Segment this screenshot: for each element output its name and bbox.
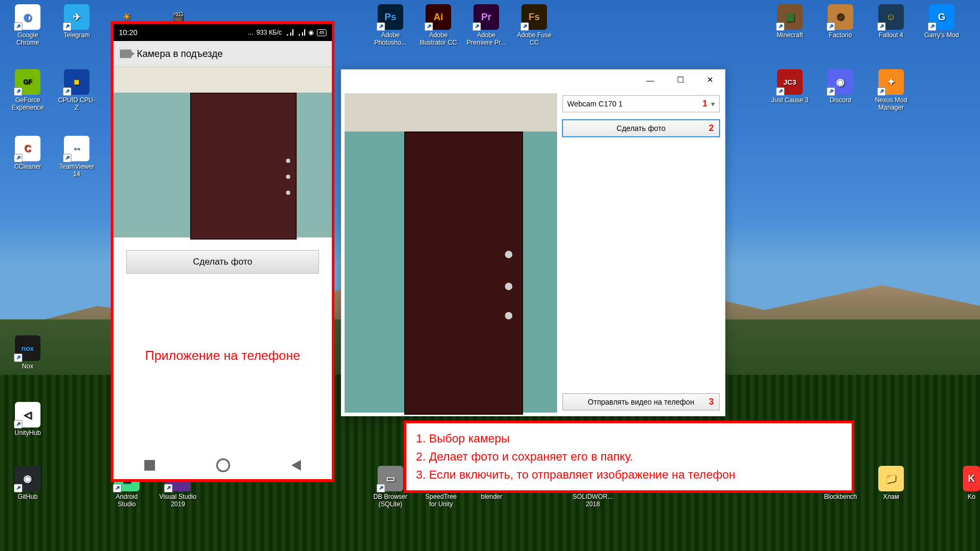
icon-fallout4[interactable]: ☺Fallout 4 bbox=[871, 4, 911, 39]
icon-factorio[interactable]: ⚙Factorio bbox=[820, 4, 861, 39]
send-to-phone-button[interactable]: Отправлять видео на телефон 3 bbox=[562, 393, 720, 410]
legend-line-3: 3. Если включить, то отправляет изображе… bbox=[416, 466, 842, 484]
icon-geforce-experience[interactable]: GFGeForce Experience bbox=[7, 69, 48, 112]
minimize-button[interactable]: — bbox=[635, 70, 665, 90]
home-button[interactable] bbox=[216, 458, 230, 472]
icon-folder-junk[interactable]: 📁Хлам bbox=[871, 466, 911, 501]
icon-google-chrome[interactable]: ◐Google Chrome bbox=[7, 4, 48, 47]
icon-cpuz[interactable]: ■CPUID CPU-Z bbox=[56, 69, 97, 112]
battery-icon: 45 bbox=[317, 29, 326, 36]
icon-partial-right[interactable]: KKo bbox=[963, 466, 980, 501]
phone-take-photo-button[interactable]: Сделать фото bbox=[126, 250, 319, 274]
icon-nox[interactable]: noxNox bbox=[7, 335, 48, 371]
icon-github[interactable]: ◉GitHub bbox=[7, 466, 48, 501]
icon-garrys-mod[interactable]: GGarry's Mod bbox=[921, 4, 962, 39]
back-button[interactable] bbox=[291, 460, 301, 471]
phone-screenshot: 10:20 ...933 КБ/с ◉ 45 Камера в подъезде… bbox=[111, 21, 334, 482]
icon-teamviewer[interactable]: ↔TeamViewer 14 bbox=[56, 136, 97, 178]
take-photo-button[interactable]: Сделать фото 2 bbox=[562, 120, 720, 137]
side-panel: Webcam C170 1 1 Сделать фото 2 Отправлят… bbox=[557, 90, 725, 416]
camera-preview bbox=[345, 93, 557, 413]
wifi-icon: ◉ bbox=[308, 29, 314, 36]
camera-icon bbox=[120, 50, 132, 58]
icon-discord[interactable]: ◉Discord bbox=[820, 69, 861, 104]
signal-icon-2 bbox=[297, 29, 305, 36]
legend-line-2: 2. Делает фото и сохраняет его в папку. bbox=[416, 448, 842, 466]
annotation-marker-2: 2 bbox=[709, 124, 714, 133]
icon-unityhub[interactable]: ◁UnityHub bbox=[7, 402, 48, 437]
titlebar[interactable]: — ☐ ✕ bbox=[341, 70, 725, 90]
close-button[interactable]: ✕ bbox=[695, 70, 725, 90]
legend-line-1: 1. Выбор камеры bbox=[416, 430, 842, 448]
phone-camera-preview bbox=[113, 67, 332, 237]
icon-just-cause[interactable]: JC3Just Cause 3 bbox=[770, 69, 810, 104]
signal-icon bbox=[285, 29, 293, 36]
annotation-legend: 1. Выбор камеры 2. Делает фото и сохраня… bbox=[404, 421, 854, 493]
icon-adobe-premiere[interactable]: PrAdobe Premiere Pr... bbox=[466, 4, 507, 47]
icon-nexus-mod[interactable]: ✦Nexus Mod Manager bbox=[871, 69, 911, 112]
icon-ccleaner[interactable]: CCCleaner bbox=[7, 136, 48, 171]
annotation-marker-3: 3 bbox=[709, 397, 714, 407]
maximize-button[interactable]: ☐ bbox=[665, 70, 695, 90]
phone-app-title: Камера в подъезде bbox=[137, 48, 223, 60]
camera-app-window: — ☐ ✕ Webcam C170 1 1 Сделать фото 2 Отп… bbox=[341, 69, 725, 416]
phone-nav-bar bbox=[113, 451, 332, 479]
phone-statusbar: 10:20 ...933 КБ/с ◉ 45 bbox=[113, 24, 332, 41]
icon-minecraft[interactable]: ▦Minecraft bbox=[770, 4, 810, 39]
phone-app-header: Камера в подъезде bbox=[113, 41, 332, 67]
icon-telegram[interactable]: ✈Telegram bbox=[56, 4, 97, 39]
network-speed-icon: ... bbox=[248, 29, 253, 36]
recent-apps-button[interactable] bbox=[144, 460, 155, 471]
icon-adobe-fuse[interactable]: FsAdobe Fuse CC bbox=[514, 4, 554, 47]
icon-adobe-photoshop[interactable]: PsAdobe Photosho... bbox=[370, 4, 411, 47]
annotation-marker-1: 1 bbox=[703, 99, 707, 109]
phone-net-speed: 933 КБ/с bbox=[256, 29, 282, 36]
phone-time: 10:20 bbox=[119, 28, 137, 37]
camera-select-value: Webcam C170 1 bbox=[567, 100, 623, 108]
icon-adobe-illustrator[interactable]: AiAdobe Illustrator CC bbox=[418, 4, 459, 47]
phone-caption: Приложение на телефоне bbox=[113, 348, 332, 363]
camera-select[interactable]: Webcam C170 1 1 bbox=[562, 95, 720, 112]
